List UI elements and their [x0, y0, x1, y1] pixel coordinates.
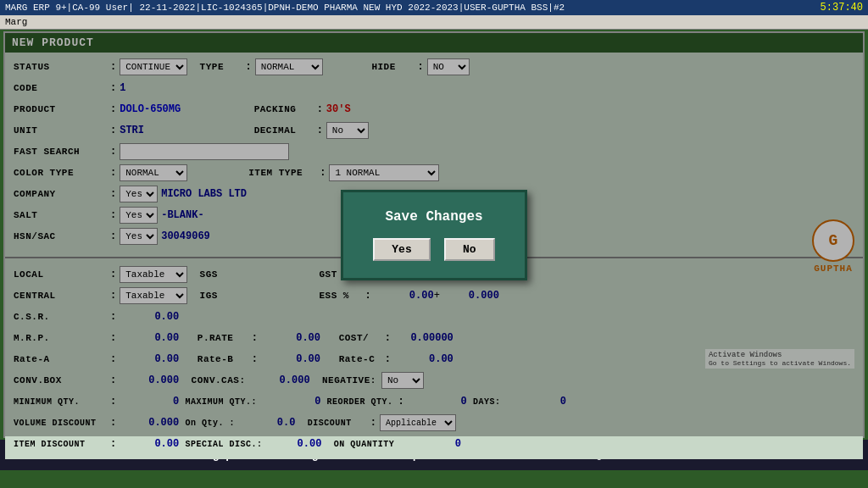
title-bar: MARG ERP 9+|CA-99 User| 22-11-2022|LIC-1…	[0, 0, 868, 15]
item-disc-label: ITEM DISCOUNT	[14, 440, 107, 449]
on-quantity-label: ON QUANTITY	[334, 440, 402, 449]
menu-marg[interactable]: Marg	[5, 17, 27, 27]
dialog-buttons: Yes No	[369, 238, 499, 261]
dialog-no-button[interactable]: No	[444, 238, 495, 261]
dialog-title: Save Changes	[369, 209, 499, 225]
menu-bar[interactable]: Marg	[0, 15, 868, 30]
item-disc-value: 0.00	[120, 438, 179, 450]
clock: 5:37:40	[821, 2, 863, 14]
item-disc-row: ITEM DISCOUNT : 0.00 SPECIAL DISC.: 0.00…	[14, 435, 854, 453]
dialog-yes-button[interactable]: Yes	[373, 238, 430, 261]
on-quantity-value: 0	[402, 438, 461, 450]
main-window: NEW PRODUCT STATUS : CONTINUE TYPE : NOR…	[3, 31, 865, 438]
dialog-overlay: Save Changes Yes No	[5, 33, 863, 436]
special-disc-label: SPECIAL DISC.:	[185, 440, 262, 449]
save-changes-dialog: Save Changes Yes No	[341, 190, 527, 280]
title-text: MARG ERP 9+|CA-99 User| 22-11-2022|LIC-1…	[5, 3, 565, 13]
special-disc-value: 0.00	[262, 438, 321, 450]
